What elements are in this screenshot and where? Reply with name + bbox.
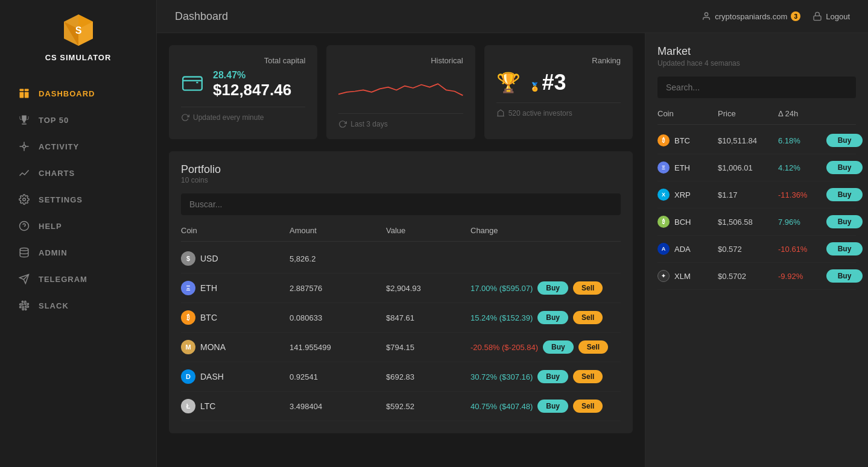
buy-button-ltc[interactable]: Buy: [537, 400, 568, 413]
value-eth: $2,904.93: [386, 284, 470, 293]
sidebar-item-help[interactable]: HELP: [0, 213, 156, 239]
sidebar-item-charts[interactable]: CHARTS: [0, 160, 156, 186]
sell-button-dash[interactable]: Sell: [573, 370, 603, 383]
market-row: ₿ BTC $10,511.84 6.18% Buy: [657, 127, 856, 154]
sidebar-item-slack[interactable]: SLACK: [0, 292, 156, 319]
th-change: Change: [470, 226, 621, 235]
change-mona: -20.58% ($-205.84) Buy Sell: [470, 340, 621, 354]
sidebar-item-telegram[interactable]: TELEGRAM: [0, 266, 156, 292]
medal-icon: 🏅: [530, 82, 540, 92]
change-pct-btc: 15.24% ($152.39): [470, 313, 533, 322]
market-coin-xlm: ✦ XLM: [657, 270, 718, 282]
total-capital-values: 28.47% $12,847.46: [213, 70, 305, 99]
help-icon: [18, 220, 30, 232]
market-name-btc: BTC: [674, 136, 690, 145]
telegram-label: TELEGRAM: [39, 275, 87, 284]
history-icon: [338, 120, 347, 128]
slack-icon: [18, 299, 30, 312]
table-row: $ USD 5,826.2: [181, 244, 621, 274]
sidebar-item-settings[interactable]: SETTINGS: [0, 186, 156, 213]
sidebar-item-activity[interactable]: ACTIVITY: [0, 133, 156, 160]
market-buy-btc[interactable]: Buy: [826, 134, 863, 147]
market-buy-bch[interactable]: Buy: [826, 215, 863, 228]
amount-mona: 141.955499: [290, 343, 386, 352]
logout-button[interactable]: Logout: [813, 11, 850, 21]
svg-rect-8: [25, 92, 29, 98]
market-icon-btc: ₿: [657, 134, 670, 146]
sidebar-item-top50[interactable]: TOP 50: [0, 107, 156, 133]
buy-button-mona[interactable]: Buy: [543, 340, 574, 354]
market-change-eth: 4.12%: [778, 163, 826, 172]
svg-rect-22: [183, 77, 202, 90]
value-ltc: $592.52: [386, 402, 470, 411]
change-pct-mona: -20.58% ($-205.84): [470, 343, 538, 352]
market-icon-xlm: ✦: [657, 270, 670, 282]
amount-btc: 0.080633: [290, 313, 386, 322]
sidebar-item-admin[interactable]: ADMIN: [0, 239, 156, 266]
amount-ltc: 3.498404: [290, 402, 386, 411]
total-capital-body: 28.47% $12,847.46: [181, 70, 305, 99]
buy-button-btc[interactable]: Buy: [537, 311, 568, 324]
coin-cell-ltc: Ł LTC: [181, 399, 290, 413]
activity-icon: [18, 140, 30, 152]
settings-icon: [18, 193, 30, 205]
market-row: ✦ XLM $0.5702 -9.92% Buy: [657, 263, 856, 290]
market-icon-ada: A: [657, 243, 670, 255]
top-cards: Total capital 28.47% $12,847.46 Updated …: [169, 45, 633, 139]
th-coin: Coin: [181, 226, 290, 235]
ranking-body: 🏆 🏅 #3: [496, 70, 621, 95]
market-name-ada: ADA: [674, 245, 691, 254]
dashboard-icon: [18, 87, 30, 99]
coin-cell-usd: $ USD: [181, 251, 290, 266]
historical-footer-text: Last 3 days: [350, 120, 387, 128]
coin-name-dash: DASH: [200, 372, 224, 381]
market-price-bch: $1,506.58: [718, 218, 778, 227]
logout-label: Logout: [826, 12, 850, 21]
portfolio-header: Portfolio 10 coins: [181, 163, 621, 184]
amount-usd: 5,826.2: [290, 254, 386, 263]
portfolio-search[interactable]: [181, 193, 621, 215]
wallet-icon: [181, 71, 204, 98]
svg-text:S: S: [75, 25, 81, 36]
dashboard-label: DASHBOARD: [39, 89, 95, 98]
sell-button-btc[interactable]: Sell: [573, 311, 603, 324]
market-title: Market: [657, 45, 856, 58]
market-buy-xlm[interactable]: Buy: [826, 269, 863, 283]
table-row: Ł LTC 3.498404 $592.52 40.75% ($407.48) …: [181, 392, 621, 421]
coin-cell-dash: D DASH: [181, 369, 290, 384]
svg-rect-21: [814, 16, 821, 20]
market-change-xlm: -9.92%: [778, 272, 826, 281]
user-icon: [702, 11, 711, 21]
total-capital-title: Total capital: [181, 56, 305, 65]
market-subtitle: Updated hace 4 semanas: [657, 59, 856, 67]
buy-button-eth[interactable]: Buy: [537, 281, 568, 295]
market-change-bch: 7.96%: [778, 218, 826, 227]
value-mona: $794.15: [386, 343, 470, 352]
market-buy-ada[interactable]: Buy: [826, 242, 863, 255]
ranking-card: Ranking 🏆 🏅 #3 520 active investors: [484, 45, 633, 139]
portfolio-subtitle: 10 coins: [181, 176, 621, 184]
right-panel: Market Updated hace 4 semanas Coin Price…: [645, 33, 868, 467]
buy-button-dash[interactable]: Buy: [537, 370, 568, 383]
coin-name-btc: BTC: [200, 313, 217, 322]
coin-cell-eth: Ξ ETH: [181, 281, 290, 295]
sell-button-ltc[interactable]: Sell: [573, 400, 603, 413]
mth-action: [826, 109, 863, 118]
market-icon-eth: Ξ: [657, 161, 670, 174]
notification-badge: 3: [791, 11, 800, 21]
historical-chart-svg: [338, 70, 463, 106]
market-buy-xrp[interactable]: Buy: [826, 188, 863, 201]
amount-eth: 2.887576: [290, 284, 386, 293]
charts-icon: [18, 167, 30, 179]
mth-coin: Coin: [657, 109, 718, 118]
sidebar-item-dashboard[interactable]: DASHBOARD: [0, 80, 156, 107]
sell-button-mona[interactable]: Sell: [578, 340, 608, 354]
coin-icon-ltc: Ł: [181, 399, 195, 413]
market-change-xrp: -11.36%: [778, 190, 826, 199]
market-name-xlm: XLM: [674, 272, 691, 281]
coin-icon-btc: ₿: [181, 310, 195, 325]
market-buy-eth[interactable]: Buy: [826, 161, 863, 174]
sell-button-eth[interactable]: Sell: [573, 281, 603, 295]
market-search[interactable]: [657, 77, 856, 98]
change-btc: 15.24% ($152.39) Buy Sell: [470, 311, 621, 324]
